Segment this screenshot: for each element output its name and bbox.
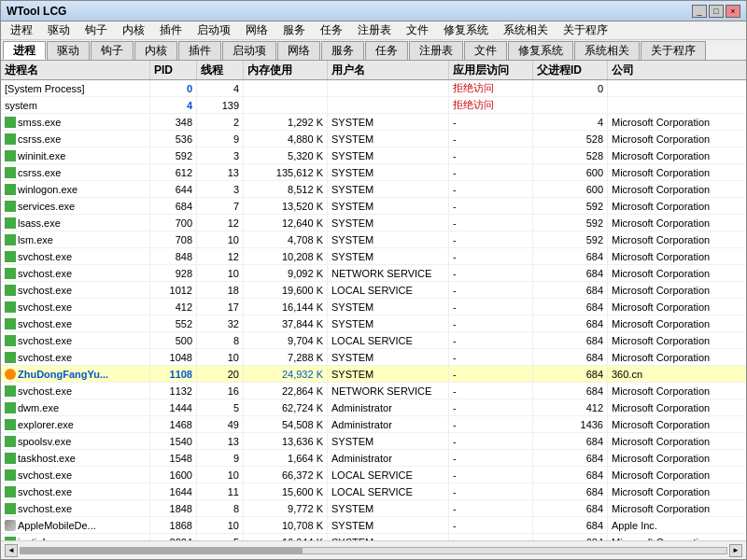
pid-cell: 552 <box>150 315 197 331</box>
table-row[interactable]: svchost.exe4121716,144 KSYSTEM-684Micros… <box>1 299 746 315</box>
process-name-cell: dwm.exe <box>1 399 150 415</box>
threads-cell: 10 <box>197 231 244 247</box>
menu-item-网络[interactable]: 网络 <box>238 21 275 40</box>
pid-cell: 1444 <box>150 399 197 415</box>
tab-钩子[interactable]: 钩子 <box>91 41 134 60</box>
tab-修复系统[interactable]: 修复系统 <box>508 41 573 60</box>
company-cell: Microsoft Corporation <box>608 450 746 466</box>
table-row[interactable]: svchost.exe50089,704 KLOCAL SERVICE-684M… <box>1 332 746 349</box>
menu-item-启动项[interactable]: 启动项 <box>190 21 238 40</box>
process-icon <box>5 453 16 464</box>
tab-进程[interactable]: 进程 <box>3 41 46 60</box>
parent-cell: 684 <box>533 433 608 449</box>
tab-服务[interactable]: 服务 <box>321 41 364 60</box>
access-cell: - <box>449 450 533 466</box>
table-row[interactable]: svchost.exe8481210,208 KSYSTEM-684Micros… <box>1 248 746 265</box>
tab-插件[interactable]: 插件 <box>178 41 221 60</box>
process-name-cell: ZhuDongFangYu... <box>1 366 150 382</box>
process-icon <box>5 402 16 413</box>
table-row[interactable]: [System Process]04拒绝访问0 <box>1 80 746 97</box>
table-row[interactable]: explorer.exe14684954,508 KAdministrator-… <box>1 416 746 433</box>
menu-item-系统相关[interactable]: 系统相关 <box>496 21 556 40</box>
memory-cell: 24,932 K <box>244 366 328 382</box>
company-cell: Microsoft Corporation <box>608 282 746 298</box>
table-row[interactable]: wininit.exe59235,320 KSYSTEM-528Microsof… <box>1 147 746 164</box>
tab-驱动[interactable]: 驱动 <box>47 41 90 60</box>
memory-cell: 37,844 K <box>244 315 328 331</box>
table-row[interactable]: svchost.exe1048107,288 KSYSTEM-684Micros… <box>1 349 746 366</box>
table-row[interactable]: svchost.exe5523237,844 KSYSTEM-684Micros… <box>1 315 746 332</box>
user-cell: LOCAL SERVICE <box>328 282 449 298</box>
menu-item-进程[interactable]: 进程 <box>3 21 40 40</box>
menu-item-任务[interactable]: 任务 <box>313 21 350 40</box>
col-header-用户名: 用户名 <box>328 61 449 79</box>
user-cell: SYSTEM <box>328 114 449 130</box>
table-row[interactable]: svchost.exe10121819,600 KLOCAL SERVICE-6… <box>1 282 746 299</box>
table-row[interactable]: lsm.exe708104,708 KSYSTEM-592Microsoft C… <box>1 231 746 248</box>
table-row[interactable]: csrss.exe61213135,612 KSYSTEM-600Microso… <box>1 164 746 181</box>
table-row[interactable]: taskhost.exe154891,664 KAdministrator-68… <box>1 450 746 467</box>
company-cell: Microsoft Corporation <box>608 181 746 197</box>
tab-任务[interactable]: 任务 <box>365 41 408 60</box>
table-row[interactable]: smss.exe34821,292 KSYSTEM-4Microsoft Cor… <box>1 114 746 131</box>
threads-cell: 5 <box>197 399 244 415</box>
tab-注册表[interactable]: 注册表 <box>409 41 463 60</box>
menu-item-驱动[interactable]: 驱动 <box>40 21 78 40</box>
table-row[interactable]: services.exe684713,520 KSYSTEM-592Micros… <box>1 198 746 215</box>
menu-item-服务[interactable]: 服务 <box>275 21 313 40</box>
pid-cell: 412 <box>150 299 197 315</box>
table-row[interactable]: lsass.exe7001212,640 KSYSTEM-592Microsof… <box>1 215 746 231</box>
access-cell: - <box>449 366 533 382</box>
window-title: WTool LCG <box>7 5 66 18</box>
memory-cell: 9,704 K <box>244 332 328 348</box>
menu-item-钩子[interactable]: 钩子 <box>78 21 115 40</box>
menu-item-插件[interactable]: 插件 <box>152 21 190 40</box>
table-row[interactable]: dwm.exe1444562,724 KAdministrator-412Mic… <box>1 399 746 416</box>
table-row[interactable]: inetinfo.exe2024516,044 KSYSTEM-684Micro… <box>1 534 746 540</box>
table-row[interactable]: svchost.exe11321622,864 KNETWORK SERVICE… <box>1 383 746 399</box>
table-row[interactable]: csrss.exe53694,880 KSYSTEM-528Microsoft … <box>1 131 746 147</box>
access-cell: - <box>449 231 533 247</box>
menu-item-关于程序[interactable]: 关于程序 <box>556 21 615 40</box>
process-name: taskhost.exe <box>18 453 76 464</box>
table-body[interactable]: [System Process]04拒绝访问0system4139拒绝访问sms… <box>1 80 746 540</box>
tab-系统相关[interactable]: 系统相关 <box>574 41 640 60</box>
table-row[interactable]: svchost.exe184889,772 KSYSTEM-684Microso… <box>1 500 746 517</box>
parent-cell: 684 <box>533 265 608 281</box>
scroll-left-button[interactable]: ◄ <box>5 544 18 557</box>
table-row[interactable]: winlogon.exe64438,512 KSYSTEM-600Microso… <box>1 181 746 198</box>
menu-item-修复系统[interactable]: 修复系统 <box>436 21 496 40</box>
tab-启动项[interactable]: 启动项 <box>222 41 276 60</box>
parent-cell: 4 <box>533 114 608 130</box>
table-row[interactable]: svchost.exe16001066,372 KLOCAL SERVICE-6… <box>1 467 746 483</box>
process-icon <box>5 436 16 447</box>
menu-item-内核[interactable]: 内核 <box>115 21 152 40</box>
table-row[interactable]: AppleMobileDe...18681010,708 KSYSTEM-684… <box>1 517 746 534</box>
tab-关于程序[interactable]: 关于程序 <box>641 41 706 60</box>
tab-网络[interactable]: 网络 <box>277 41 320 60</box>
process-name-cell: spoolsv.exe <box>1 433 150 449</box>
table-row[interactable]: svchost.exe16441115,600 KLOCAL SERVICE-6… <box>1 483 746 500</box>
pid-cell: 1600 <box>150 467 197 483</box>
menu-item-注册表[interactable]: 注册表 <box>350 21 399 40</box>
menu-item-文件[interactable]: 文件 <box>399 21 436 40</box>
close-button[interactable]: × <box>726 5 740 18</box>
threads-cell: 10 <box>197 349 244 365</box>
tab-内核[interactable]: 内核 <box>134 41 177 60</box>
memory-cell: 10,208 K <box>244 248 328 264</box>
table-row[interactable]: system4139拒绝访问 <box>1 97 746 114</box>
minimize-button[interactable]: _ <box>692 5 707 18</box>
pid-cell: 1468 <box>150 416 197 432</box>
table-row[interactable]: svchost.exe928109,092 KNETWORK SERVICE-6… <box>1 265 746 282</box>
tab-文件[interactable]: 文件 <box>464 41 507 60</box>
process-name-cell: svchost.exe <box>1 500 150 516</box>
parent-cell: 412 <box>533 399 608 415</box>
col-header-公司: 公司 <box>608 61 746 79</box>
scroll-right-button[interactable]: ► <box>729 544 742 557</box>
maximize-button[interactable]: □ <box>709 5 724 18</box>
process-name-cell: inetinfo.exe <box>1 534 150 540</box>
table-row[interactable]: spoolsv.exe15401313,636 KSYSTEM-684Micro… <box>1 433 746 450</box>
table-row[interactable]: ZhuDongFangYu...11082024,932 KSYSTEM-684… <box>1 366 746 383</box>
user-cell: SYSTEM <box>328 147 449 163</box>
memory-cell: 4,880 K <box>244 131 328 147</box>
